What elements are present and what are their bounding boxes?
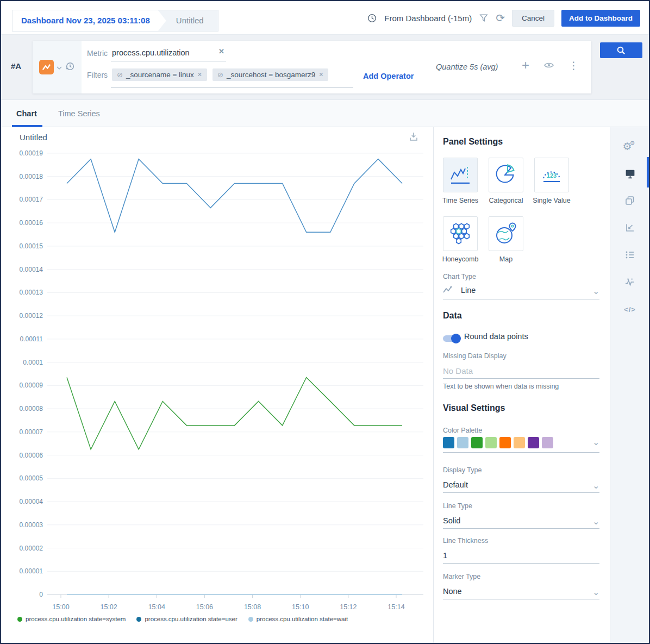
missing-data-label: Missing Data Display xyxy=(443,352,507,360)
code-view-icon[interactable]: </> xyxy=(610,297,649,321)
y-tick-label: 0.00019 xyxy=(20,149,43,157)
missing-data-help: Text to be shown when data is missing xyxy=(443,383,559,390)
metric-clear-icon[interactable]: ✕ xyxy=(218,47,224,55)
legend-dot xyxy=(136,617,141,622)
chevron-down-icon[interactable]: ⌄ xyxy=(592,286,599,296)
display-type-label: Display Type xyxy=(443,466,482,474)
display-type-dropdown[interactable]: Default xyxy=(443,480,468,489)
legend-item[interactable]: process.cpu.utilization state=system xyxy=(17,616,126,622)
query-card: Metric process.cpu.utilization ✕ Filters… xyxy=(33,41,591,93)
eye-icon[interactable] xyxy=(543,61,554,69)
x-tick-label: 15:00 xyxy=(52,603,69,611)
filter-chip[interactable]: ⊘ _sourcename = linux ✕ xyxy=(112,68,207,81)
export-icon[interactable] xyxy=(408,130,420,144)
add-query-icon[interactable]: + xyxy=(522,59,529,72)
line-type-label: Line Type xyxy=(443,502,472,510)
y-tick-label: 0.00006 xyxy=(20,452,43,459)
metric-input[interactable]: process.cpu.utilization xyxy=(112,48,190,57)
y-tick-label: 0.00001 xyxy=(20,567,43,575)
add-operator-link[interactable]: Add Operator xyxy=(363,72,414,80)
breadcrumb-panel[interactable]: Untitled xyxy=(166,10,218,31)
marker-type-dropdown[interactable]: None xyxy=(443,587,462,596)
palette-swatch xyxy=(514,437,525,448)
missing-data-input[interactable]: No Data xyxy=(443,366,473,376)
series-line xyxy=(67,159,402,233)
palette-swatch xyxy=(499,437,511,448)
y-tick-label: 0.00011 xyxy=(20,335,43,343)
filter-chip[interactable]: ⊘ _sourcehost = bosgamerz9 ✕ xyxy=(212,68,328,81)
kebab-menu-icon[interactable]: ⋮ xyxy=(568,60,579,71)
input-underline xyxy=(443,563,599,564)
exclude-icon[interactable]: ⊘ xyxy=(117,71,123,79)
legend-label: process.cpu.utilization state=wait xyxy=(257,616,348,622)
chart-panel: 00.000010.000020.000030.000040.000050.00… xyxy=(1,127,433,644)
legend-dot xyxy=(17,617,22,622)
palette-swatch xyxy=(542,437,553,448)
dropdown-underline xyxy=(443,599,599,599)
tile-label: Single Value xyxy=(529,197,574,204)
line-chart[interactable]: 00.000010.000020.000030.000040.000050.00… xyxy=(1,127,433,614)
data-section-title: Data xyxy=(443,311,462,321)
remove-filter-icon[interactable]: ✕ xyxy=(197,71,202,78)
y-tick-label: 0.00012 xyxy=(20,312,43,320)
general-settings-icon[interactable]: ⚙⚙ xyxy=(610,134,649,158)
query-history-icon[interactable] xyxy=(65,61,76,74)
dropdown-underline xyxy=(443,299,599,299)
metrics-query-icon[interactable] xyxy=(39,60,54,74)
line-type-dropdown[interactable]: Solid xyxy=(443,516,460,525)
toggle-knob xyxy=(451,334,461,343)
top-bar: Dashboard Nov 23, 2025 03:11:08 Untitled… xyxy=(1,1,649,35)
tile-single-value[interactable]: 123 xyxy=(534,158,569,192)
tile-time-series[interactable] xyxy=(443,158,478,192)
exclude-icon[interactable]: ⊘ xyxy=(217,71,223,79)
legend-item[interactable]: process.cpu.utilization state=wait xyxy=(248,616,348,622)
query-row-label: #A xyxy=(11,61,21,71)
round-data-points-label: Round data points xyxy=(464,332,528,341)
color-palette-label: Color Palette xyxy=(443,427,482,434)
axes-settings-icon[interactable] xyxy=(610,216,649,240)
tile-categorical[interactable] xyxy=(489,158,523,192)
legend-item[interactable]: process.cpu.utilization state=user xyxy=(136,616,237,622)
tab-chart[interactable]: Chart xyxy=(16,109,37,118)
refresh-icon[interactable]: ⟳ xyxy=(496,12,505,23)
x-tick-label: 15:08 xyxy=(244,603,261,611)
visual-settings-title: Visual Settings xyxy=(443,403,505,413)
x-tick-label: 15:14 xyxy=(388,603,404,611)
chevron-down-icon[interactable]: ⌄ xyxy=(592,437,599,447)
x-tick-label: 15:02 xyxy=(100,603,117,611)
quantize-setting[interactable]: Quantize 5s (avg) xyxy=(436,62,498,71)
y-tick-label: 0.00014 xyxy=(20,266,43,273)
tile-honeycomb[interactable] xyxy=(443,216,478,251)
y-tick-label: 0.00003 xyxy=(20,521,43,529)
display-settings-icon[interactable] xyxy=(610,161,649,185)
dropdown-underline xyxy=(443,528,599,529)
chevron-down-icon[interactable]: ⌄ xyxy=(592,516,599,527)
chevron-down-icon[interactable] xyxy=(57,62,62,72)
legend-settings-icon[interactable] xyxy=(610,243,649,267)
tile-map[interactable] xyxy=(489,216,523,251)
run-search-button[interactable] xyxy=(600,42,642,58)
chevron-down-icon[interactable]: ⌄ xyxy=(592,587,599,597)
remove-filter-icon[interactable]: ✕ xyxy=(318,71,323,78)
color-palette-dropdown[interactable] xyxy=(443,437,553,448)
x-tick-label: 15:06 xyxy=(196,603,213,611)
dropdown-underline xyxy=(443,492,599,493)
right-icon-rail: ⚙⚙ </> xyxy=(610,127,649,644)
tab-time-series[interactable]: Time Series xyxy=(58,109,100,118)
panel-settings: Panel Settings 123 Time Series Categoric… xyxy=(433,127,610,644)
time-range-selector[interactable]: From Dashboard (-15m) xyxy=(384,14,472,23)
breadcrumb-dashboard[interactable]: Dashboard Nov 23, 2025 03:11:08 xyxy=(12,10,166,31)
duplicate-panel-icon[interactable] xyxy=(610,189,649,212)
round-data-points-toggle[interactable] xyxy=(443,335,459,342)
filter-icon[interactable] xyxy=(479,13,489,23)
cancel-button[interactable]: Cancel xyxy=(512,10,554,27)
y-tick-label: 0.00008 xyxy=(20,405,43,412)
line-thickness-input[interactable]: 1 xyxy=(443,551,447,560)
add-to-dashboard-button[interactable]: Add to Dashboard xyxy=(561,10,640,27)
threshold-settings-icon[interactable] xyxy=(610,270,649,294)
chevron-down-icon[interactable]: ⌄ xyxy=(592,480,599,491)
categorical-pie-icon xyxy=(493,162,519,188)
chart-type-dropdown[interactable]: Line xyxy=(461,286,476,295)
filter-chip-text: _sourcehost = bosgamerz9 xyxy=(227,71,315,79)
input-underline xyxy=(443,378,599,379)
